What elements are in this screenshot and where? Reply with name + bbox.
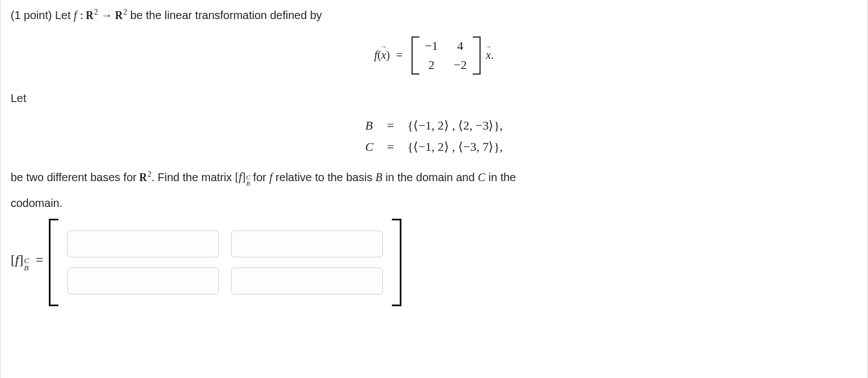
m21: 2	[425, 58, 438, 72]
basis-C-set: {⟨−1, 2⟩ , ⟨−3, 7⟩},	[408, 140, 503, 154]
tail-f: f	[269, 170, 273, 183]
tail-exp2: 2	[148, 170, 152, 178]
answer-m22[interactable]	[231, 268, 383, 294]
basis-C-equals: =	[387, 140, 394, 154]
answer-m11[interactable]	[67, 231, 219, 257]
codomain-word: codomain.	[11, 195, 857, 211]
linear-transformation-text: be the linear transformation defined by	[130, 9, 322, 21]
answer-m12[interactable]	[231, 231, 383, 257]
tail-2: . Find the matrix	[152, 170, 232, 183]
f-symbol: f	[74, 9, 77, 21]
basis-C-symbol: C	[365, 140, 373, 154]
exp2-codomain: 2	[123, 8, 127, 16]
answer-equation: [f]CB =	[11, 219, 857, 306]
answer-right-bracket	[392, 219, 401, 306]
arrow: →	[101, 9, 112, 21]
matrix-left-bracket	[412, 36, 419, 75]
answer-matrix	[64, 224, 386, 301]
exp2-domain: 2	[94, 8, 98, 16]
coefficient-matrix: −1 4 2 −2	[412, 35, 481, 76]
tail-6: in the	[488, 170, 516, 183]
colon: :	[80, 9, 83, 21]
tail-B: B	[376, 170, 382, 183]
answer-equals: =	[35, 252, 43, 267]
real-R-codomain: R	[116, 9, 124, 21]
tail-5: in the domain and	[386, 170, 475, 183]
let-bases: Let	[11, 90, 857, 106]
fcb-notation-answer: [f]CB =	[11, 252, 43, 273]
problem-intro: (1 point) Let f : R2 → R2 be the linear …	[11, 7, 857, 23]
real-R-domain: R	[86, 9, 94, 21]
eq-x-arg: x	[381, 49, 386, 62]
basis-B-equals: =	[387, 118, 394, 133]
eq-x-post: x	[486, 49, 491, 62]
eq-equals: =	[396, 49, 402, 61]
eq-dot: .	[491, 49, 494, 61]
matrix-right-bracket	[473, 36, 481, 75]
let-word: Let	[55, 9, 71, 21]
m22: −2	[454, 58, 467, 72]
answer-left-bracket	[49, 219, 58, 306]
tail-3: for	[253, 170, 266, 183]
tail-R: R	[140, 170, 148, 183]
tail-C: C	[478, 170, 485, 183]
fcb-notation-inline: [f]CB	[235, 170, 253, 183]
question-text: be two different bases for R2. Find the …	[11, 169, 857, 188]
basis-B-symbol: B	[365, 118, 373, 133]
tail-4: relative to the basis	[276, 170, 372, 183]
answer-m21[interactable]	[67, 268, 219, 294]
m12: 4	[454, 39, 467, 53]
tail-1: be two different bases for	[11, 170, 136, 183]
basis-definitions: B = {⟨−1, 2⟩ , ⟨2, −3⟩}, C = {⟨−1, 2⟩ , …	[11, 118, 857, 154]
definition-equation: f(x) = −1 4 2 −2 x.	[11, 35, 857, 76]
basis-B-set: {⟨−1, 2⟩ , ⟨2, −3⟩},	[408, 118, 503, 133]
points-label: (1 point)	[11, 9, 52, 21]
m11: −1	[425, 39, 438, 53]
